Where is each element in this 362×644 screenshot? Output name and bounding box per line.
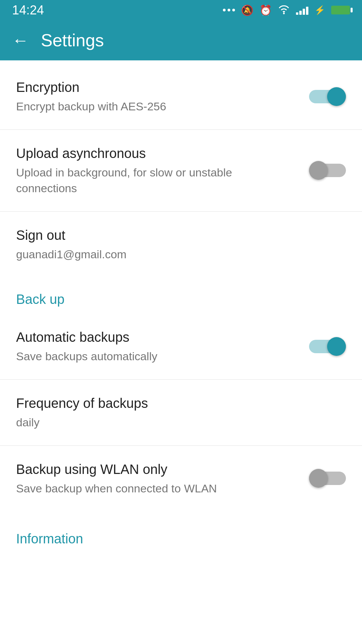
app-bar: ← Settings xyxy=(0,20,362,60)
wifi-icon xyxy=(278,5,290,15)
automatic-backups-title: Automatic backups xyxy=(16,328,296,346)
settings-list: Encryption Encrypt backup with AES-256 U… xyxy=(0,60,362,553)
sign-out-text: Sign out guanadi1@gmail.com xyxy=(16,226,346,263)
frequency-backups-title: Frequency of backups xyxy=(16,394,333,412)
sign-out-email: guanadi1@gmail.com xyxy=(16,247,333,263)
upload-async-title: Upload asynchronous xyxy=(16,145,296,162)
mute-icon: 🔕 xyxy=(241,4,253,16)
backup-wlan-title: Backup using WLAN only xyxy=(16,461,296,478)
charging-icon: ⚡ xyxy=(314,5,325,15)
three-dots-icon xyxy=(223,9,235,11)
upload-async-toggle-thumb xyxy=(309,161,328,180)
upload-async-item[interactable]: Upload asynchronous Upload in background… xyxy=(0,130,362,212)
status-bar: 14:24 🔕 ⏰ ⚡ xyxy=(0,0,362,20)
encryption-item[interactable]: Encryption Encrypt backup with AES-256 xyxy=(0,64,362,130)
status-icons: 🔕 ⏰ ⚡ xyxy=(223,4,350,16)
frequency-backups-value: daily xyxy=(16,415,333,431)
backup-wlan-item[interactable]: Backup using WLAN only Save backup when … xyxy=(0,446,362,512)
backup-wlan-subtitle: Save backup when connected to WLAN xyxy=(16,481,296,497)
automatic-backups-toggle[interactable] xyxy=(309,336,346,357)
app-bar-title: Settings xyxy=(41,30,104,50)
signal-bars-icon xyxy=(296,5,308,15)
status-time: 14:24 xyxy=(12,3,44,17)
encryption-toggle-thumb xyxy=(327,87,346,106)
automatic-backups-item[interactable]: Automatic backups Save backups automatic… xyxy=(0,314,362,380)
backup-section-header: Back up xyxy=(0,277,362,314)
frequency-backups-item[interactable]: Frequency of backups daily xyxy=(0,380,362,446)
upload-async-subtitle: Upload in background, for slow or unstab… xyxy=(16,165,296,197)
frequency-backups-text: Frequency of backups daily xyxy=(16,394,346,431)
encryption-toggle[interactable] xyxy=(309,87,346,107)
encryption-text: Encryption Encrypt backup with AES-256 xyxy=(16,78,309,115)
upload-async-toggle[interactable] xyxy=(309,160,346,180)
sign-out-title: Sign out xyxy=(16,226,333,244)
encryption-title: Encryption xyxy=(16,78,296,96)
automatic-backups-toggle-thumb xyxy=(327,337,346,356)
backup-wlan-text: Backup using WLAN only Save backup when … xyxy=(16,461,309,497)
svg-point-0 xyxy=(283,13,285,14)
automatic-backups-subtitle: Save backups automatically xyxy=(16,348,296,365)
back-button[interactable]: ← xyxy=(12,32,29,49)
encryption-subtitle: Encrypt backup with AES-256 xyxy=(16,99,296,115)
automatic-backups-text: Automatic backups Save backups automatic… xyxy=(16,328,309,365)
alarm-icon: ⏰ xyxy=(259,4,272,16)
sign-out-item[interactable]: Sign out guanadi1@gmail.com xyxy=(0,212,362,277)
backup-wlan-toggle-thumb xyxy=(309,469,328,488)
upload-async-text: Upload asynchronous Upload in background… xyxy=(16,145,309,197)
battery-icon xyxy=(331,6,350,14)
information-section-header[interactable]: Information xyxy=(0,511,362,553)
backup-wlan-toggle[interactable] xyxy=(309,468,346,488)
